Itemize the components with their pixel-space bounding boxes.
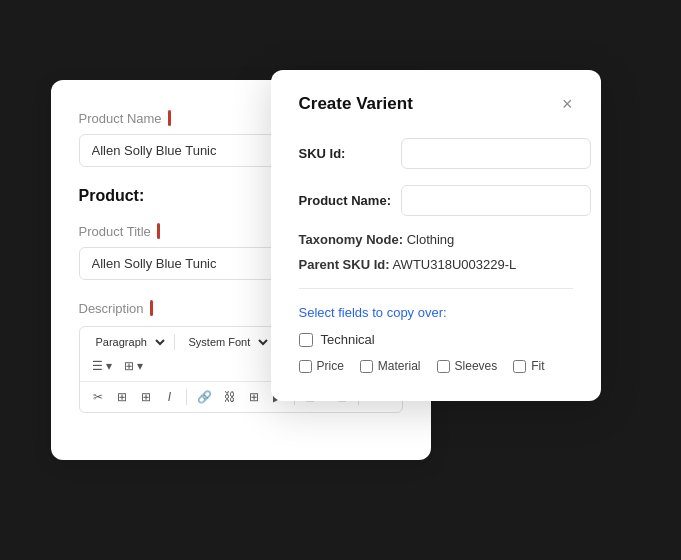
modal-product-name-input[interactable] (401, 185, 591, 216)
sleeves-label: Sleeves (455, 359, 498, 373)
font-select[interactable]: System Font (181, 333, 271, 351)
italic-btn[interactable]: I (160, 387, 180, 407)
image-btn[interactable]: ⊞ (244, 387, 264, 407)
taxonomy-value: Clothing (407, 232, 455, 247)
required-indicator-3 (150, 300, 153, 316)
parent-sku-row: Parent SKU Id: AWTU318U003229-L (299, 257, 573, 272)
technical-checkbox-row: Technical (299, 332, 573, 347)
fit-checkbox-item: Fit (513, 359, 544, 373)
sub-checkboxes-row: Price Material Sleeves Fit (299, 359, 573, 373)
paste-btn[interactable]: ⊞ (136, 387, 156, 407)
parent-sku-label: Parent SKU Id: (299, 257, 390, 272)
create-variant-modal: Create Varient × SKU Id: Product Name: T… (271, 70, 601, 401)
sleeves-checkbox-item: Sleeves (437, 359, 498, 373)
sku-id-input[interactable] (401, 138, 591, 169)
required-indicator (168, 110, 171, 126)
sleeves-checkbox[interactable] (437, 360, 450, 373)
divider-4 (186, 389, 187, 405)
price-checkbox-item: Price (299, 359, 344, 373)
taxonomy-row: Taxonomy Node: Clothing (299, 232, 573, 247)
technical-checkbox[interactable] (299, 333, 313, 347)
price-label: Price (317, 359, 344, 373)
link-btn[interactable]: 🔗 (193, 387, 216, 407)
material-checkbox[interactable] (360, 360, 373, 373)
paragraph-select[interactable]: Paragraph (88, 333, 168, 351)
select-fields-label: Select fields to copy over: (299, 305, 573, 320)
modal-close-button[interactable]: × (562, 95, 573, 113)
list-btn-2[interactable]: ☰ ▾ (88, 356, 116, 376)
taxonomy-label: Taxonomy Node: (299, 232, 404, 247)
modal-title: Create Varient (299, 94, 413, 114)
material-checkbox-item: Material (360, 359, 421, 373)
sku-id-label: SKU Id: (299, 146, 389, 161)
technical-label: Technical (321, 332, 375, 347)
required-indicator-2 (157, 223, 160, 239)
modal-header: Create Varient × (299, 94, 573, 114)
modal-divider (299, 288, 573, 289)
copy-btn[interactable]: ⊞ (112, 387, 132, 407)
modal-product-name-label: Product Name: (299, 193, 389, 208)
cut-btn[interactable]: ✂ (88, 387, 108, 407)
price-checkbox[interactable] (299, 360, 312, 373)
sku-id-row: SKU Id: (299, 138, 573, 169)
parent-sku-value: AWTU318U003229-L (392, 257, 516, 272)
material-label: Material (378, 359, 421, 373)
divider-1 (174, 334, 175, 350)
list-btn-3[interactable]: ⊞ ▾ (120, 356, 147, 376)
product-name-row: Product Name: (299, 185, 573, 216)
unlink-btn[interactable]: ⛓ (220, 387, 240, 407)
fit-label: Fit (531, 359, 544, 373)
fit-checkbox[interactable] (513, 360, 526, 373)
